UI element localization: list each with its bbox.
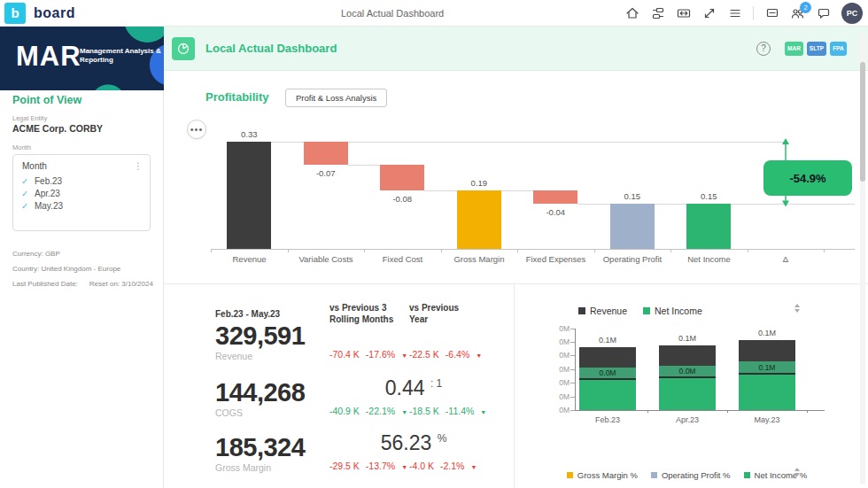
capsule-badge-sltp[interactable]: SLTP <box>807 42 826 56</box>
variance-absolute: -70.4 K <box>329 349 360 360</box>
waterfall-axis-tick <box>824 249 825 252</box>
waterfall-category-label: Fixed Cost <box>364 254 441 264</box>
variance-absolute: -4.0 K <box>409 461 434 471</box>
profitability-panel: Profitability Profit & Loss Analysis •••… <box>164 71 868 283</box>
chart-scroll-spinner[interactable] <box>793 304 802 313</box>
bar-band-segment[interactable]: 0.0M <box>659 366 716 376</box>
board-logo-icon[interactable]: b <box>4 3 26 24</box>
waterfall-axis-tick <box>211 249 212 252</box>
check-icon: ✓ <box>21 201 28 211</box>
app-banner: MAR Management Analysis & Reporting <box>0 27 164 90</box>
month-option-label: Apr.23 <box>35 189 60 198</box>
bar-net-income-segment[interactable] <box>739 375 795 410</box>
pov-title: Point of View <box>12 94 81 106</box>
legend-swatch <box>643 307 650 314</box>
kpi-label: COGS <box>215 407 243 418</box>
legend-swatch <box>578 307 585 314</box>
trend-down-icon: ▼ <box>401 352 407 359</box>
bar-revenue-segment[interactable] <box>659 345 716 366</box>
waterfall-bar-operating-profit[interactable] <box>610 204 655 249</box>
waterfall-value-label: -0.04 <box>524 207 586 217</box>
bar-divider-segment <box>659 376 716 378</box>
check-icon: ✓ <box>21 189 28 198</box>
expand-icon[interactable] <box>701 6 717 21</box>
month-label: Month <box>12 143 31 151</box>
waterfall-bar-variable-costs[interactable] <box>304 142 348 165</box>
legend-item-revenue[interactable]: Revenue <box>578 306 627 316</box>
month-option[interactable]: ✓Feb.23 <box>13 174 150 187</box>
y-axis-tick-label: 0M <box>543 406 570 414</box>
waterfall-bar-net-income[interactable] <box>686 204 731 249</box>
logo-letter: b <box>11 5 19 20</box>
revenue-data-label: 0.1M <box>579 336 636 345</box>
kpi-row-cogs: 144,268COGS0.44 : 1-40.9 K-22.1%▼-18.5 K… <box>164 378 514 435</box>
ratio-value: 56.23 <box>381 431 438 454</box>
annotation-icon[interactable] <box>764 6 779 21</box>
legal-entity-value[interactable]: ACME Corp. CORBY <box>12 123 103 134</box>
ratio-value: 0.44 <box>385 376 430 399</box>
footer-chart-legend: Gross Margin %Operating Profit %Net Inco… <box>541 470 833 480</box>
variance-absolute: -40.9 K <box>329 406 360 416</box>
toolbar-divider <box>753 6 754 20</box>
month-option[interactable]: ✓May.23 <box>13 199 150 212</box>
waterfall-category-label: Fixed Expenses <box>517 254 594 264</box>
kpi-row-gross-margin: 185,324Gross Margin56.23 %-29.5 K-13.7%▼… <box>164 433 514 488</box>
kebab-menu-icon[interactable]: ⋮ <box>134 161 143 171</box>
bar-net-income-segment[interactable] <box>579 380 636 410</box>
bar-band-segment[interactable]: 0.1M <box>739 361 795 373</box>
y-axis-tick-label: 0M <box>543 392 570 401</box>
bar-divider-segment <box>579 378 636 380</box>
vertical-scrollbar <box>860 34 865 484</box>
x-axis-category-label: Feb.23 <box>568 415 647 424</box>
waterfall-category-label: Variable Costs <box>288 254 365 264</box>
user-avatar[interactable]: PC <box>841 3 863 24</box>
waterfall-axis-tick <box>441 249 442 252</box>
menu-icon[interactable] <box>727 6 742 21</box>
variance-absolute: -22.5 K <box>409 349 439 360</box>
footer-legend-item-grossmargin[interactable]: Gross Margin % <box>567 470 638 480</box>
capsule-badge-mar[interactable]: MAR <box>785 42 803 56</box>
chat-icon[interactable] <box>816 6 831 21</box>
footer-legend-item-operatingprofit[interactable]: Operating Profit % <box>651 470 731 480</box>
delta-badge[interactable]: -54.9% <box>763 160 852 196</box>
waterfall-bar-fixed-cost[interactable] <box>380 165 424 190</box>
kpi-vs-rolling: -40.9 K-22.1%▼ <box>329 406 407 416</box>
bar-revenue-segment[interactable] <box>579 347 636 368</box>
legend-item-net-income[interactable]: Net Income <box>643 306 702 316</box>
month-selector-title: Month <box>22 161 47 171</box>
dashboard-title: Local Actual Dashboard <box>205 27 337 71</box>
trend-down-icon: ▼ <box>401 409 407 415</box>
scrollbar-thumb[interactable] <box>860 62 865 182</box>
waterfall-x-axis <box>211 249 855 250</box>
waterfall-value-label: 0.15 <box>678 191 740 201</box>
waterfall-bar-gross-margin[interactable] <box>457 190 501 249</box>
revenue-net-income-panel: RevenueNet Income 0M0M0M0M0M0M0M0.0M0.1M… <box>514 283 868 488</box>
fit-width-icon[interactable] <box>676 6 691 21</box>
window-title: Local Actual Dashboard <box>341 0 444 27</box>
month-option[interactable]: ✓Apr.23 <box>13 187 150 199</box>
variance-percent: -17.6% <box>366 349 395 360</box>
footer-scroll-spinner[interactable] <box>793 468 802 476</box>
variance-absolute: -18.5 K <box>409 406 439 416</box>
chart-legend: RevenueNet Income <box>578 306 702 316</box>
kpi-label: Gross Margin <box>215 462 271 473</box>
help-icon[interactable]: ? <box>756 42 771 56</box>
y-axis-tick-label: 0M <box>543 351 570 360</box>
bar-revenue-segment[interactable] <box>739 340 795 361</box>
bar-net-income-segment[interactable] <box>659 378 716 410</box>
kpi-label: Revenue <box>215 351 252 361</box>
bar-band-segment[interactable]: 0.0M <box>579 368 636 378</box>
waterfall-bar-revenue[interactable] <box>227 142 271 249</box>
dashboard-icon[interactable] <box>172 37 195 60</box>
kpi-value: 329,591 <box>215 321 305 351</box>
presentation-icon[interactable] <box>650 6 665 21</box>
users-icon[interactable]: 2 <box>790 6 805 21</box>
capsule-badge-fpa[interactable]: FPA <box>830 42 847 56</box>
dashboard-header: Local Actual Dashboard ? MARSLTPFPA <box>164 27 868 71</box>
net-income-data-label: 0.1M <box>739 363 795 372</box>
waterfall-bar-fixed-expenses[interactable] <box>533 190 577 204</box>
waterfall-value-label: 0.33 <box>218 129 280 139</box>
x-axis-line <box>575 410 825 411</box>
x-axis-category-label: Apr.23 <box>647 415 727 424</box>
home-icon[interactable] <box>624 6 639 21</box>
